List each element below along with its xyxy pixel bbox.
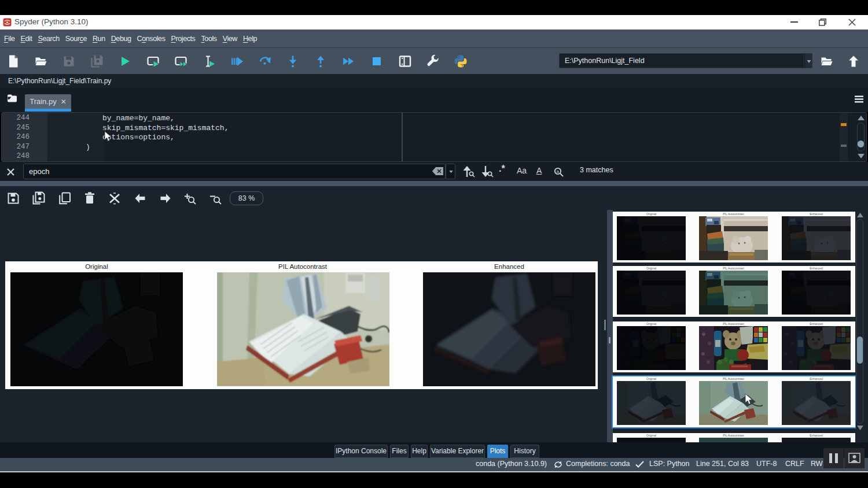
svg-text:a: a (557, 169, 560, 174)
